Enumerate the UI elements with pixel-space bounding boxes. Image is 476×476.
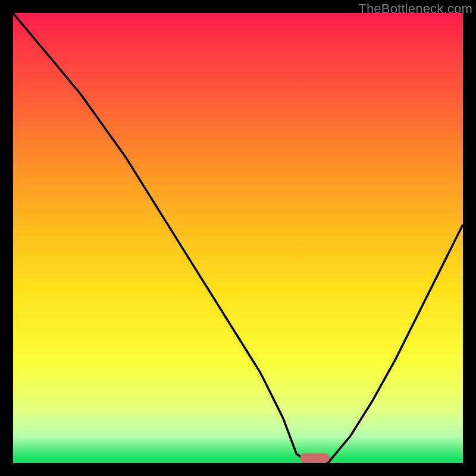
watermark-text: TheBottleneck.com (358, 1, 472, 17)
bottleneck-curve (13, 13, 463, 463)
chart-frame: TheBottleneck.com (0, 0, 476, 476)
curve-path (13, 13, 463, 463)
optimum-marker (300, 453, 330, 463)
chart-plot-area (13, 13, 463, 463)
